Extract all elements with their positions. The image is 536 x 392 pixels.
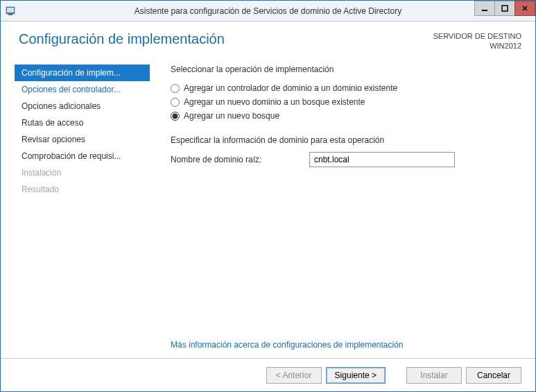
previous-button: < Anterior xyxy=(266,367,322,384)
cancel-button[interactable]: Cancelar xyxy=(466,367,521,384)
destination-server-label: SERVIDOR DE DESTINO xyxy=(433,31,521,41)
radio-label: Agregar un controlador de dominio a un d… xyxy=(184,83,397,93)
app-icon xyxy=(5,6,16,17)
svg-rect-3 xyxy=(482,10,487,11)
wizard-footer: < Anterior Siguiente > Instalar Cancelar xyxy=(1,358,535,391)
select-operation-label: Seleccionar la operación de implementaci… xyxy=(171,65,521,74)
sidebar-item-installation: Instalación xyxy=(15,164,150,181)
svg-rect-4 xyxy=(502,6,508,11)
page-title: Configuración de implementación xyxy=(19,31,225,51)
root-domain-name-input[interactable] xyxy=(309,152,455,167)
specify-domain-info-label: Especificar la información de dominio pa… xyxy=(171,135,521,145)
radio-label: Agregar un nuevo dominio a un bosque exi… xyxy=(184,97,365,107)
radio-input-add-domain[interactable] xyxy=(171,98,180,107)
operation-radio-group: Agregar un controlador de dominio a un d… xyxy=(171,81,521,123)
minimize-button[interactable] xyxy=(474,1,495,16)
root-domain-name-label: Nombre de dominio raíz: xyxy=(171,155,288,164)
sidebar-item-prereq-check[interactable]: Comprobación de requisi... xyxy=(15,148,150,164)
wizard-steps-sidebar: Configuración de implem... Opciones del … xyxy=(15,65,150,358)
close-button[interactable] xyxy=(515,1,535,16)
sidebar-item-review-options[interactable]: Revisar opciones xyxy=(15,131,150,148)
radio-add-new-forest[interactable]: Agregar un nuevo bosque xyxy=(171,109,521,123)
radio-add-domain-existing-forest[interactable]: Agregar un nuevo dominio a un bosque exi… xyxy=(171,95,521,109)
radio-label: Agregar un nuevo bosque xyxy=(184,111,279,121)
svg-rect-2 xyxy=(8,14,12,15)
radio-input-new-forest[interactable] xyxy=(171,112,180,121)
wizard-window: Asistente para configuración de Servicio… xyxy=(0,0,536,392)
titlebar: Asistente para configuración de Servicio… xyxy=(1,1,535,22)
sidebar-item-controller-options[interactable]: Opciones del controlador... xyxy=(15,81,150,98)
window-title: Asistente para configuración de Servicio… xyxy=(135,6,402,16)
destination-server-value: WIN2012 xyxy=(433,41,521,51)
sidebar-item-additional-options[interactable]: Opciones adicionales xyxy=(15,98,150,114)
more-info-link[interactable]: Más información acerca de configuracione… xyxy=(171,340,521,350)
destination-server-block: SERVIDOR DE DESTINO WIN2012 xyxy=(433,31,521,51)
main-panel: Seleccionar la operación de implementaci… xyxy=(150,65,521,358)
maximize-button[interactable] xyxy=(494,1,515,16)
svg-rect-1 xyxy=(7,8,14,12)
sidebar-item-deployment-config[interactable]: Configuración de implem... xyxy=(15,65,150,81)
radio-input-add-dc[interactable] xyxy=(171,84,180,93)
radio-add-dc-existing-domain[interactable]: Agregar un controlador de dominio a un d… xyxy=(171,81,521,95)
sidebar-item-result: Resultado xyxy=(15,181,150,198)
next-button[interactable]: Siguiente > xyxy=(326,367,386,384)
install-button: Instalar xyxy=(406,367,462,384)
sidebar-item-paths[interactable]: Rutas de acceso xyxy=(15,114,150,131)
